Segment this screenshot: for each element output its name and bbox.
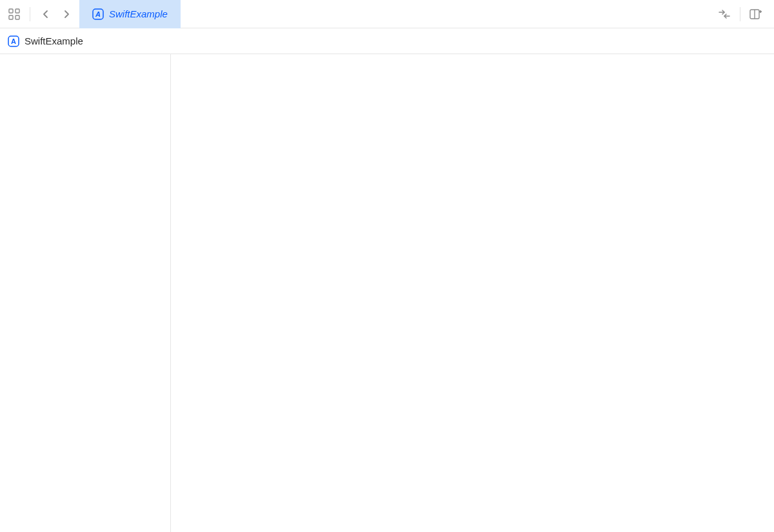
forward-button[interactable] (57, 5, 75, 23)
project-sidebar (0, 54, 171, 532)
project-icon: A (92, 8, 104, 20)
back-button[interactable] (37, 5, 55, 23)
add-editor-icon[interactable] (747, 5, 765, 23)
editor-tab-label: SwiftExample (109, 8, 168, 19)
breadcrumb[interactable]: A SwiftExample (0, 28, 774, 54)
project-icon: A (8, 35, 19, 47)
svg-rect-1 (15, 9, 19, 13)
svg-text:A: A (95, 10, 101, 18)
svg-rect-2 (9, 15, 13, 19)
window-toolbar: A SwiftExample (0, 0, 774, 28)
svg-rect-0 (9, 9, 13, 13)
breadcrumb-project: SwiftExample (25, 35, 83, 46)
svg-rect-3 (15, 15, 19, 19)
svg-text:A: A (11, 37, 16, 45)
review-changes-icon[interactable] (715, 5, 733, 23)
editor-tab-active[interactable]: A SwiftExample (79, 0, 181, 28)
navigator-grid-icon[interactable] (5, 5, 23, 23)
